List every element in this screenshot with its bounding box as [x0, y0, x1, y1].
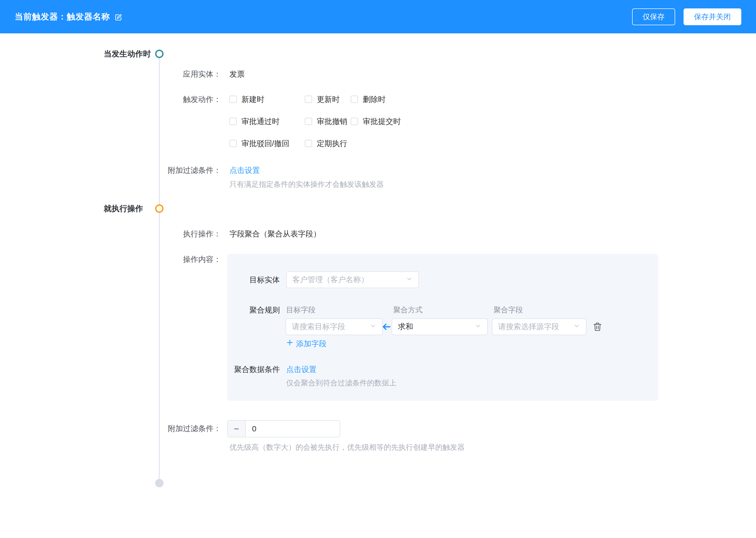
- save-and-close-button[interactable]: 保存并关闭: [684, 8, 741, 25]
- trigger-action-label: 更新时: [317, 94, 340, 105]
- trigger-action-option[interactable]: 审批驳回/撤回: [229, 138, 305, 149]
- source-field-column-header: 聚合字段: [494, 305, 523, 315]
- trigger-action-option[interactable]: 删除时: [351, 94, 401, 105]
- trigger-action-option[interactable]: 定期执行: [305, 138, 351, 149]
- trigger-action-label: 新建时: [242, 94, 264, 105]
- checkbox-icon[interactable]: [229, 96, 237, 103]
- checkbox-icon[interactable]: [351, 96, 358, 103]
- entity-label: 应用实体：: [0, 69, 221, 79]
- trigger-action-option[interactable]: 审批提交时: [351, 116, 401, 127]
- source-field-placeholder: 请搜索选择源字段: [498, 322, 559, 332]
- aggregation-rules-label: 聚合规则: [227, 305, 280, 315]
- timeline-step2-circle-icon: [155, 204, 164, 213]
- priority-input[interactable]: [246, 421, 340, 437]
- timeline-end-dot-icon: [155, 479, 164, 487]
- timeline-step1-circle-icon: [155, 50, 164, 58]
- entity-row: 应用实体： 发票: [0, 69, 756, 79]
- add-field-button[interactable]: 添加字段: [286, 338, 327, 349]
- add-field-label: 添加字段: [296, 338, 327, 349]
- checkbox-icon[interactable]: [305, 140, 312, 147]
- trigger-action-label: 审批提交时: [363, 116, 401, 127]
- trigger-action-option[interactable]: 审批撤销: [305, 116, 351, 127]
- trigger-actions-label: 触发动作：: [0, 94, 221, 105]
- trigger-actions-grid: 新建时更新时删除时审批通过时审批撤销审批提交时审批驳回/撤回定期执行: [229, 94, 401, 149]
- operation-value: 字段聚合（聚合从表字段）: [229, 229, 321, 239]
- target-field-column-header: 目标字段: [286, 305, 315, 315]
- source-field-select[interactable]: 请搜索选择源字段: [492, 318, 587, 335]
- arrow-left-icon: [381, 322, 392, 332]
- trigger-actions-row: 触发动作： 新建时更新时删除时审批通过时审批撤销审批提交时审批驳回/撤回定期执行: [0, 94, 756, 149]
- aggregation-method-select[interactable]: 求和: [392, 318, 488, 335]
- step1-title: 当发生动作时: [104, 49, 151, 59]
- plus-icon: [286, 338, 294, 349]
- operation-label: 执行操作：: [0, 229, 221, 239]
- chevron-down-icon: [475, 323, 481, 331]
- chevron-down-icon: [573, 323, 580, 331]
- checkbox-icon[interactable]: [229, 118, 237, 125]
- filter-condition-row: 附加过滤条件： 点击设置: [0, 165, 756, 176]
- priority-label: 附加过滤条件：: [0, 423, 221, 434]
- delete-rule-button[interactable]: [591, 320, 604, 333]
- trigger-editor-screen: 当前触发器：触发器名称 仅保存 保存并关闭 当发生动作时 就执行操作 应用实体：…: [0, 0, 756, 538]
- trigger-action-option[interactable]: 更新时: [305, 94, 351, 105]
- checkbox-icon[interactable]: [351, 118, 358, 125]
- aggregation-condition-hint: 仅会聚合到符合过滤条件的数据上: [286, 378, 397, 388]
- operation-content-panel: 目标实体 客户管理（客户名称） 聚合规则 目标字段 聚合方式 聚合字段 请搜索目…: [227, 254, 658, 401]
- chevron-down-icon: [406, 276, 413, 284]
- save-only-button[interactable]: 仅保存: [632, 8, 675, 25]
- aggregation-condition-label: 聚合数据条件: [227, 364, 280, 375]
- target-field-placeholder: 请搜索目标字段: [292, 322, 345, 332]
- edit-icon[interactable]: [114, 13, 122, 22]
- trash-icon: [592, 322, 603, 332]
- priority-stepper: − +: [227, 420, 340, 437]
- trigger-action-label: 审批驳回/撤回: [242, 138, 289, 149]
- content-label: 操作内容：: [0, 254, 221, 265]
- page-title: 当前触发器：触发器名称: [15, 11, 110, 23]
- chevron-down-icon: [370, 323, 376, 331]
- filter-condition-hint: 只有满足指定条件的实体操作才会触发该触发器: [229, 179, 384, 190]
- header-bar: 当前触发器：触发器名称 仅保存 保存并关闭: [0, 0, 756, 33]
- target-entity-select-value: 客户管理（客户名称）: [292, 275, 368, 285]
- priority-hint: 优先级高（数字大）的会被先执行，优先级相等的先执行创建早的触发器: [229, 442, 465, 453]
- target-entity-label: 目标实体: [227, 275, 280, 285]
- checkbox-icon[interactable]: [229, 140, 237, 147]
- trigger-action-label: 审批撤销: [317, 116, 347, 127]
- decrease-button[interactable]: −: [228, 421, 246, 437]
- operation-row: 执行操作： 字段聚合（聚合从表字段）: [0, 229, 756, 239]
- target-entity-select[interactable]: 客户管理（客户名称）: [286, 271, 419, 288]
- method-column-header: 聚合方式: [393, 305, 423, 315]
- trigger-action-label: 删除时: [363, 94, 386, 105]
- checkbox-icon[interactable]: [305, 96, 312, 103]
- trigger-action-option[interactable]: 审批通过时: [229, 116, 305, 127]
- target-field-select[interactable]: 请搜索目标字段: [286, 318, 383, 335]
- checkbox-icon[interactable]: [305, 118, 312, 125]
- trigger-action-label: 审批通过时: [242, 116, 280, 127]
- entity-value: 发票: [229, 69, 245, 79]
- aggregation-condition-setup-link[interactable]: 点击设置: [286, 364, 316, 375]
- trigger-action-label: 定期执行: [317, 138, 347, 149]
- main-content: 当发生动作时 就执行操作 应用实体： 发票 触发动作： 新建时更新时删除时审批通…: [0, 33, 756, 538]
- aggregation-method-value: 求和: [398, 322, 413, 332]
- priority-row: 附加过滤条件：: [0, 423, 756, 434]
- step2-title: 就执行操作: [104, 203, 143, 214]
- filter-condition-label: 附加过滤条件：: [0, 165, 221, 176]
- trigger-action-option[interactable]: 新建时: [229, 94, 305, 105]
- filter-setup-link[interactable]: 点击设置: [229, 166, 260, 175]
